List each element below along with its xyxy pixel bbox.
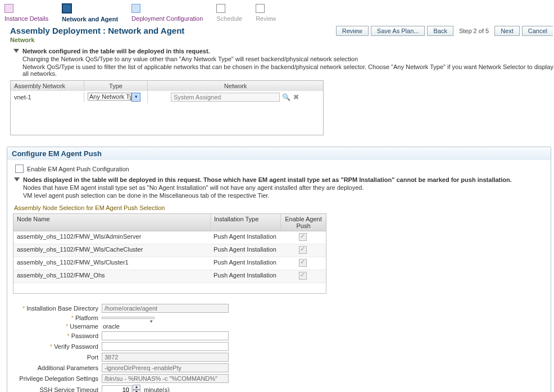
review-button[interactable]: Review <box>336 26 369 36</box>
priv-deleg-label: Privilege Delegation Settings <box>13 375 102 382</box>
back-button[interactable]: Back <box>427 26 453 36</box>
network-disclosure: Network configured in the table will be … <box>13 48 554 77</box>
addl-params-input[interactable] <box>102 363 229 372</box>
action-buttons: Review Save As Plan... Back Step 2 of 5 … <box>336 26 553 36</box>
password-label: Password <box>13 332 102 339</box>
verify-password-input[interactable] <box>102 342 229 351</box>
step-label: Review <box>256 15 276 22</box>
step-review: Review <box>256 4 276 22</box>
clear-icon[interactable] <box>292 93 300 101</box>
network-type-cell: Any Network Type▾ <box>84 91 148 103</box>
node-row: assembly_ohs_1102/FMW_Wls/Cluster1Push A… <box>13 257 326 270</box>
save-as-plan-button[interactable]: Save As Plan... <box>371 26 425 36</box>
page-title: Assembly Deployment : Network and Agent <box>10 26 184 35</box>
node-name: assembly_ohs_1102/FMW_Wls/CacheCluster <box>13 244 210 257</box>
next-button[interactable]: Next <box>494 26 520 36</box>
panel-title: Configure EM Agent Push <box>7 147 551 160</box>
enable-push-checkbox[interactable] <box>299 233 307 241</box>
install-type: Push Agent Installation <box>210 231 280 244</box>
enable-push-checkbox[interactable] <box>299 272 307 280</box>
platform-select[interactable]: ▾ <box>102 317 155 319</box>
disclosure-triangle-icon[interactable] <box>13 49 19 53</box>
install-dir-label: Installation Base Directory <box>13 305 102 312</box>
col-assembly-network: Assembly Network <box>11 81 84 91</box>
step-deployment-config[interactable]: Deployment Configuration <box>131 4 203 22</box>
node-row: assembly_ohs_1102/FMW_Wls/AdminServerPus… <box>13 231 326 244</box>
addl-params-label: Additional Parameters <box>13 364 102 371</box>
node-table: Node Name Installation Type Enable Agent… <box>13 213 326 294</box>
priv-deleg-input[interactable] <box>102 374 229 383</box>
network-row: vnet-1 Any Network Type▾ <box>11 91 323 103</box>
node-name: assembly_ohs_1102/FMW_Wls/Cluster1 <box>13 257 210 270</box>
page-header: Assembly Deployment : Network and Agent … <box>0 22 554 45</box>
network-table: Assembly Network Type Network vnet-1 Any… <box>10 80 324 135</box>
username-label: Username <box>13 323 102 330</box>
ssh-timeout-spinner[interactable]: ▲ ▼ minute(s) <box>102 385 170 392</box>
step-instance-details[interactable]: Instance Details <box>4 4 48 22</box>
col-type: Type <box>84 81 148 91</box>
agent-disclosure-text1: Nodes that have EM agent install type se… <box>23 184 545 191</box>
step-label: Schedule <box>216 15 242 22</box>
agent-config-form: Installation Base Directory Platform ▾ U… <box>13 304 545 392</box>
agent-disclosure-text2: VM level agent push selection can be don… <box>23 192 545 199</box>
install-type: Push Agent Installation <box>210 257 280 270</box>
network-disclosure-title: Network configured in the table will be … <box>22 48 554 54</box>
cancel-button[interactable]: Cancel <box>522 26 553 36</box>
agent-disclosure: Nodes displayed in the table will be dep… <box>14 176 545 199</box>
network-table-header: Assembly Network Type Network <box>11 81 323 91</box>
wizard-train: Instance Details Network and Agent Deplo… <box>0 0 554 22</box>
node-name: assembly_ohs_1102/FMW_Ohs <box>13 270 210 282</box>
step-label[interactable]: Instance Details <box>4 15 48 22</box>
port-label: Port <box>13 354 102 361</box>
dropdown-arrow-icon: ▾ <box>150 318 153 324</box>
node-selection-label: Assembly Node Selection for EM Agent Pus… <box>14 204 545 211</box>
col-network: Network <box>148 81 323 91</box>
node-name: assembly_ohs_1102/FMW_Wls/AdminServer <box>13 231 210 244</box>
enable-push-checkbox[interactable] <box>299 246 307 254</box>
enable-agent-push-checkbox-row: Enable EM Agent Push Configuration <box>15 165 545 173</box>
enable-push-cell <box>280 257 326 270</box>
col-enable-push: Enable Agent Push <box>281 214 326 231</box>
search-icon[interactable] <box>282 93 290 101</box>
assembly-network-name: vnet-1 <box>11 92 84 102</box>
platform-label: Platform <box>13 314 102 321</box>
ssh-timeout-label: SSH Service Timeout <box>13 386 102 392</box>
disclosure-triangle-icon[interactable] <box>14 177 20 181</box>
node-row: assembly_ohs_1102/FMW_OhsPush Agent Inst… <box>13 270 326 283</box>
network-disclosure-text2: Network QoS/Type is used to filter the l… <box>22 63 554 77</box>
enable-agent-push-checkbox[interactable] <box>15 165 24 173</box>
enable-push-checkbox[interactable] <box>299 259 307 267</box>
dropdown-arrow-icon[interactable]: ▾ <box>131 93 140 102</box>
password-input[interactable] <box>102 331 229 340</box>
ssh-timeout-input[interactable] <box>102 385 132 392</box>
verify-password-label: Verify Password <box>13 343 102 350</box>
network-disclosure-text1: Changing the Network QoS/Type to any val… <box>22 56 554 62</box>
step-label[interactable]: Deployment Configuration <box>131 15 203 22</box>
node-table-header: Node Name Installation Type Enable Agent… <box>13 214 326 231</box>
port-input[interactable] <box>102 353 229 362</box>
col-node-name: Node Name <box>13 214 211 231</box>
network-type-select[interactable]: Any Network Type <box>88 93 131 101</box>
step-schedule: Schedule <box>216 4 242 22</box>
step-network-agent[interactable]: Network and Agent <box>62 3 118 22</box>
agent-disclosure-title: Nodes displayed in the table will be dep… <box>23 176 545 183</box>
enable-push-cell <box>280 270 326 282</box>
col-install-type: Installation Type <box>211 214 281 231</box>
spinner-down-icon[interactable]: ▼ <box>133 390 140 392</box>
step-label[interactable]: Network and Agent <box>62 16 118 22</box>
username-value: oracle <box>102 323 120 330</box>
node-row: assembly_ohs_1102/FMW_Wls/CacheClusterPu… <box>13 244 326 257</box>
network-section-title: Network <box>10 37 184 43</box>
agent-push-panel: Configure EM Agent Push Enable EM Agent … <box>7 147 551 392</box>
enable-push-cell <box>280 244 326 257</box>
install-dir-input[interactable] <box>102 304 229 313</box>
install-type: Push Agent Installation <box>210 270 280 282</box>
install-type: Push Agent Installation <box>210 244 280 257</box>
network-selector-input[interactable] <box>171 93 280 102</box>
enable-push-cell <box>280 231 326 244</box>
spinner-up-icon[interactable]: ▲ <box>133 385 140 390</box>
enable-agent-push-label: Enable EM Agent Push Configuration <box>27 166 129 172</box>
ssh-timeout-unit: minute(s) <box>144 386 170 392</box>
step-indicator: Step 2 of 5 <box>456 26 492 35</box>
